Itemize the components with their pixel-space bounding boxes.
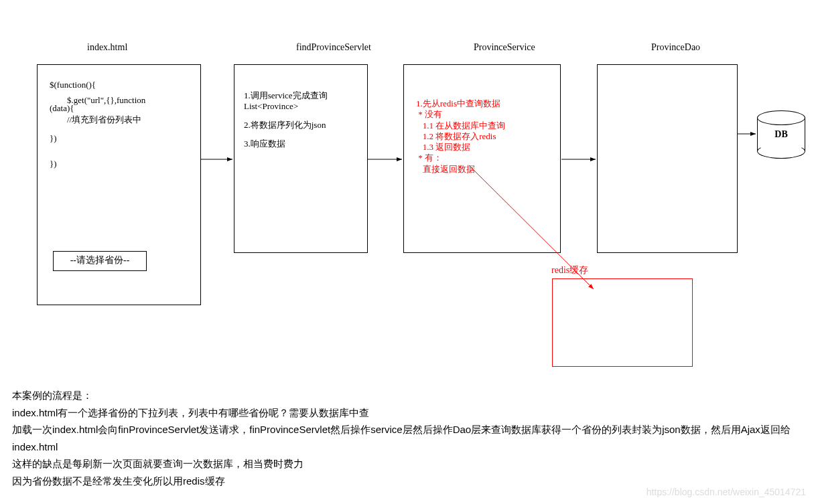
title-servlet: findProvinceServlet	[296, 42, 371, 53]
para-0: 本案例的流程是：	[12, 387, 803, 404]
redis-label: redis缓存	[551, 264, 588, 276]
para-1: index.html有一个选择省份的下拉列表，列表中有哪些省份呢？需要从数据库中…	[12, 404, 803, 422]
code-l1: $(function(){	[50, 78, 96, 92]
para-2: 加载一次index.html会向finProvinceServlet发送请求，f…	[12, 421, 803, 455]
description: 本案例的流程是： index.html有一个选择省份的下拉列表，列表中有哪些省份…	[12, 387, 803, 489]
code-l4: //填充到省份列表中	[50, 113, 141, 127]
box-redis	[552, 278, 693, 367]
service-text: 1.先从redis中查询数据 * 没有 1.1 在从数据库中查询 1.2 将数据…	[416, 98, 505, 175]
para-3: 这样的缺点是每刷新一次页面就要查询一次数据库，相当费时费力	[12, 455, 803, 473]
box-servlet: 1.调用service完成查询 List<Province> 2.将数据序列化为…	[234, 64, 368, 253]
watermark: https://blog.csdn.net/weixin_45014721	[647, 487, 806, 497]
box-service: 1.先从redis中查询数据 * 没有 1.1 在从数据库中查询 1.2 将数据…	[403, 64, 561, 253]
db-label: DB	[757, 129, 805, 140]
title-index: index.html	[87, 42, 127, 53]
box-index: $(function(){ $.get("url",{},function (d…	[37, 64, 201, 305]
code-l5: })	[50, 132, 57, 145]
servlet-l4: 3.响应数据	[244, 137, 285, 151]
title-service: ProvinceService	[474, 42, 535, 53]
servlet-l3: 2.将数据序列化为json	[244, 118, 326, 132]
box-dao	[597, 64, 738, 253]
servlet-l2: List<Province>	[244, 100, 298, 113]
code-l6: })	[50, 157, 57, 171]
dropdown-province[interactable]: --请选择省份--	[53, 251, 147, 271]
db-cylinder: DB	[757, 110, 805, 159]
title-dao: ProvinceDao	[651, 42, 700, 53]
